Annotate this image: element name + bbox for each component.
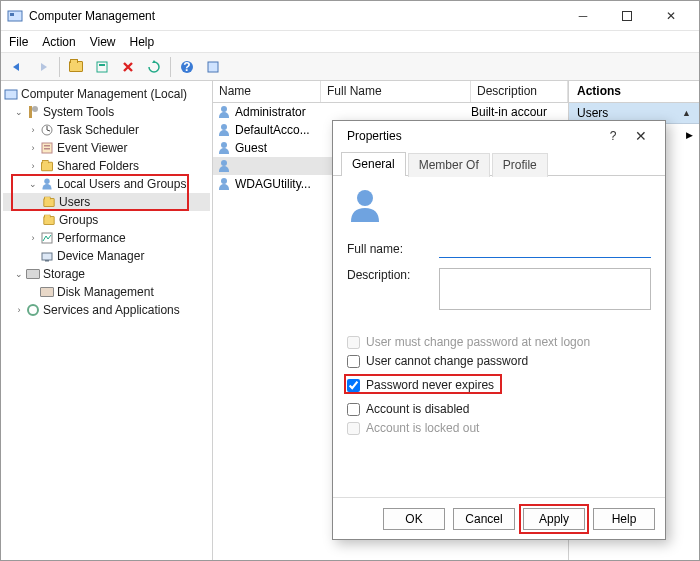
tree-systools-label: System Tools — [43, 105, 114, 119]
tree-users-label: Users — [59, 195, 90, 209]
svg-rect-1 — [10, 13, 14, 16]
tree-storage[interactable]: ⌄Storage — [3, 265, 210, 283]
chk-must-change: User must change password at next logon — [347, 335, 651, 349]
tab-profile[interactable]: Profile — [492, 153, 548, 177]
extra-button[interactable] — [201, 55, 225, 79]
delete-button[interactable] — [116, 55, 140, 79]
description-label: Description: — [347, 268, 439, 282]
row-name: WDAGUtility... — [233, 177, 321, 191]
svg-rect-4 — [99, 64, 105, 66]
tree-perf-label: Performance — [57, 231, 126, 245]
tree-task-label: Task Scheduler — [57, 123, 139, 137]
svg-point-18 — [357, 190, 373, 206]
fullname-input[interactable] — [439, 240, 651, 258]
chk-must-change-box — [347, 336, 360, 349]
up-folder-button[interactable] — [64, 55, 88, 79]
dialog-tabs: General Member Of Profile — [333, 151, 665, 176]
menu-help[interactable]: Help — [130, 35, 155, 49]
col-fullname[interactable]: Full Name — [321, 81, 471, 102]
menubar: File Action View Help — [1, 31, 699, 53]
svg-rect-2 — [623, 11, 632, 20]
menu-view[interactable]: View — [90, 35, 116, 49]
list-row[interactable]: AdministratorBuilt-in accour — [213, 103, 568, 121]
svg-point-10 — [32, 106, 38, 112]
actions-context-label: Users — [577, 106, 608, 120]
dialog-close-icon[interactable]: ✕ — [627, 128, 655, 144]
minimize-button[interactable]: ─ — [561, 2, 605, 30]
tree-groups-label: Groups — [59, 213, 98, 227]
tree-groups[interactable]: Groups — [3, 211, 210, 229]
tree-systools[interactable]: ⌄System Tools — [3, 103, 210, 121]
chk-disabled-box[interactable] — [347, 403, 360, 416]
chk-locked-label: Account is locked out — [366, 421, 479, 435]
forward-button[interactable] — [31, 55, 55, 79]
svg-rect-13 — [44, 145, 50, 147]
svg-rect-3 — [97, 62, 107, 72]
cancel-button[interactable]: Cancel — [453, 508, 515, 530]
tree-event[interactable]: ›Event Viewer — [3, 139, 210, 157]
tree-lug-label: Local Users and Groups — [57, 177, 186, 191]
tree-root-label: Computer Management (Local) — [21, 87, 187, 101]
ok-button[interactable]: OK — [383, 508, 445, 530]
tree-storage-label: Storage — [43, 267, 85, 281]
svg-rect-14 — [44, 148, 50, 150]
fullname-field: Full name: — [347, 240, 651, 258]
user-icon — [215, 142, 233, 154]
toolbar: ? — [1, 53, 699, 81]
titlebar: Computer Management ─ ✕ — [1, 1, 699, 31]
row-desc: Built-in accour — [471, 105, 547, 119]
tab-general[interactable]: General — [341, 152, 406, 176]
col-name[interactable]: Name — [213, 81, 321, 102]
tree-devmgr[interactable]: Device Manager — [3, 247, 210, 265]
row-name: Administrator — [233, 105, 321, 119]
fullname-label: Full name: — [347, 242, 439, 256]
svg-rect-8 — [5, 90, 17, 99]
chk-disabled[interactable]: Account is disabled — [347, 402, 651, 416]
chevron-right-icon[interactable]: ▶ — [686, 130, 693, 140]
tab-memberof[interactable]: Member Of — [408, 153, 490, 177]
actions-title: Actions — [569, 81, 699, 103]
window-title: Computer Management — [29, 9, 155, 23]
chk-cannot-change[interactable]: User cannot change password — [347, 354, 651, 368]
row-name: Guest — [233, 141, 321, 155]
close-button[interactable]: ✕ — [649, 2, 693, 30]
chk-cannot-change-box[interactable] — [347, 355, 360, 368]
back-button[interactable] — [5, 55, 29, 79]
tree-users[interactable]: Users — [3, 193, 210, 211]
tree-svcapps[interactable]: ›Services and Applications — [3, 301, 210, 319]
chk-locked: Account is locked out — [347, 421, 651, 435]
list-header: Name Full Name Description — [213, 81, 568, 103]
tree-root[interactable]: Computer Management (Local) — [3, 85, 210, 103]
user-icon — [215, 124, 233, 136]
tree-shared-label: Shared Folders — [57, 159, 139, 173]
chk-locked-box — [347, 422, 360, 435]
menu-file[interactable]: File — [9, 35, 28, 49]
dialog-buttons: OK Cancel Apply Help — [333, 497, 665, 539]
col-desc[interactable]: Description — [471, 81, 568, 102]
user-icon — [215, 160, 233, 172]
highlight-never-expires — [344, 374, 502, 394]
help-button[interactable]: ? — [175, 55, 199, 79]
description-input[interactable] — [439, 268, 651, 310]
chk-cannot-change-label: User cannot change password — [366, 354, 528, 368]
dialog-title: Properties — [347, 129, 402, 143]
help-button[interactable]: Help — [593, 508, 655, 530]
svg-text:?: ? — [183, 60, 190, 74]
tree-diskmgmt[interactable]: Disk Management — [3, 283, 210, 301]
refresh-button[interactable] — [142, 55, 166, 79]
dialog-titlebar: Properties ? ✕ — [333, 121, 665, 151]
dialog-help-icon[interactable]: ? — [599, 129, 627, 143]
tree-shared[interactable]: ›Shared Folders — [3, 157, 210, 175]
tree-task[interactable]: ›Task Scheduler — [3, 121, 210, 139]
dialog-body: Full name: Description: User must change… — [333, 176, 665, 497]
chk-disabled-label: Account is disabled — [366, 402, 469, 416]
tree-diskmgmt-label: Disk Management — [57, 285, 154, 299]
tree-devmgr-label: Device Manager — [57, 249, 144, 263]
tree-local-users-groups[interactable]: ⌄Local Users and Groups — [3, 175, 210, 193]
properties-button[interactable] — [90, 55, 114, 79]
menu-action[interactable]: Action — [42, 35, 75, 49]
maximize-button[interactable] — [605, 2, 649, 30]
svg-rect-7 — [208, 62, 218, 72]
tree-pane: Computer Management (Local) ⌄System Tool… — [1, 81, 213, 560]
tree-performance[interactable]: ›Performance — [3, 229, 210, 247]
